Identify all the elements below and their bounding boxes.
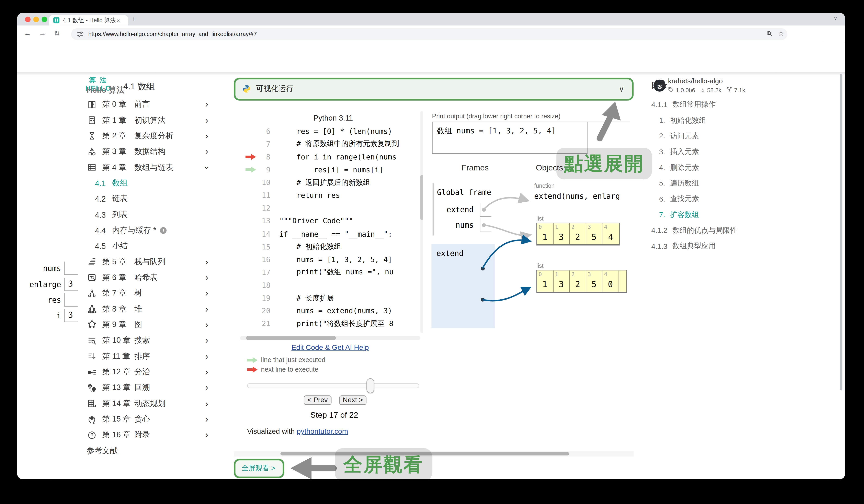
graph-icon [87,320,102,329]
search-list-icon [87,336,102,345]
beta-badge-icon: ! [160,227,167,234]
sort-icon [87,352,102,361]
repo-name: krahets/hello-algo [668,77,723,85]
sidebar-item-references[interactable]: 参考文献 [17,443,218,459]
legend-next-line: next line to execute [247,365,319,373]
tab-favicon: H [53,17,59,23]
pythontutor-link[interactable]: pythontutor.com [297,427,348,435]
toc-item-7-active[interactable]: 7.扩容数组 [651,207,782,223]
toc-item-2[interactable]: 2.访问元素 [651,128,782,144]
toc-item-1[interactable]: 1.初始化数组 [651,112,782,128]
code-line: 19# 长度扩展 [240,292,423,304]
toc-item-413[interactable]: 4.1.3数组典型应用 [651,238,782,254]
code-line: 17print("数组 nums =", nu [240,266,423,279]
tab-close-icon[interactable]: × [117,17,120,24]
toc-item-5[interactable]: 5.遍历数组 [651,175,782,191]
minimize-window-button[interactable] [33,17,39,22]
toc-item-412[interactable]: 4.1.2数组的优点与局限性 [651,223,782,238]
sidebar-item-ch14[interactable]: 第 14 章 动态规划 › [17,396,218,411]
annotation-fullscreen-badge: 全屏觀看 [335,448,432,479]
code-line: 12 [240,202,423,215]
prev-button[interactable]: < Prev [304,395,332,405]
url-text[interactable]: https://www.hello-algo.com/chapter_array… [88,31,257,37]
chevron-down-icon: ∨ [619,85,624,93]
fullscreen-view-link[interactable]: 全屏观看 > [234,459,284,478]
sidebar-item-4-3[interactable]: 4.3 列表 [17,207,218,223]
code-line: 13"""Driver Code""" [240,215,423,227]
back-button[interactable]: ← [24,29,31,37]
chevron-down-icon: › [202,166,211,169]
chevron-right-icon: › [205,100,208,109]
code-panel[interactable]: 6res = [0] * (len(nums) 7# 将原数组中的所有元素复制到… [240,124,423,330]
toc-item-6[interactable]: 6.查找元素 [651,191,782,207]
zoom-window-button[interactable] [42,17,47,22]
forward-button[interactable]: → [39,29,46,37]
sidebar-item-4-2[interactable]: 4.2 链表 [17,191,218,207]
sidebar-item-ch1[interactable]: 第 1 章 初识算法 › [17,112,218,128]
sidebar-item-4-4[interactable]: 4.4 内存与缓存 * ! [17,223,218,238]
reload-button[interactable]: ↻ [54,29,60,37]
sidebar-item-ch3[interactable]: 第 3 章 数据结构 › [17,144,218,160]
just-executed-arrow-icon [247,357,258,363]
hash-table-icon [87,273,102,282]
sidebar-item-ch13[interactable]: 第 13 章 回溯 › [17,380,218,396]
visual-run-details-toggle[interactable]: 可视化运行 ∨ [234,78,634,100]
toc-nav: 4.1.1数组常用操作 1.初始化数组 2.访问元素 3.插入元素 4.删除元素… [651,97,782,254]
close-window-button[interactable] [25,17,30,22]
dynamic-programming-icon [87,399,102,408]
frames-heading: Frames [461,163,489,172]
chevron-right-icon: › [205,257,208,266]
chevron-right-icon: › [205,289,208,298]
header-shadow [17,72,845,75]
sidebar-item-ch11[interactable]: 第 11 章 排序 › [17,349,218,364]
sidebar-item-ch0[interactable]: 第 0 章 前言 › [17,97,218,112]
tree-icon [87,289,102,298]
bookmark-star-icon[interactable]: ☆ [778,30,784,37]
tab-search-chevron-icon[interactable]: ∨ [834,15,837,21]
chevron-right-icon: › [205,147,208,156]
step-indicator: Step 17 of 22 [279,410,390,420]
annotation-expand-badge: 點選展開 [556,148,652,179]
arrow-extendnums-to-list1 [482,240,530,268]
code-line: 10# 返回扩展后的新数组 [240,176,423,189]
step-slider-thumb[interactable] [367,378,374,393]
sidebar-item-ch10[interactable]: 第 10 章 搜索 › [17,333,218,348]
arrow-nums-to-list1 [484,225,530,236]
site-header: 算 法 HELLO 4.1 数组 文A 搜索 krahets/hello-alg… [17,42,845,72]
sidebar-item-ch15[interactable]: 第 15 章 贪心 › [17,411,218,427]
site-settings-icon[interactable] [76,30,84,37]
var-res: res [22,295,61,304]
new-tab-button[interactable]: + [132,14,136,23]
heap-icon [87,304,102,314]
toc-item-3[interactable]: 3.插入元素 [651,144,782,160]
shapes-icon [87,147,102,156]
edit-code-link[interactable]: Edit Code & Get AI Help [240,343,420,352]
toc-item-4[interactable]: 4.删除元素 [651,160,782,175]
legend-just-executed: line that just executed [247,356,325,364]
address-bar[interactable]: https://www.hello-algo.com/chapter_array… [71,28,787,40]
sidebar-item-4-1[interactable]: 4.1 数组 [17,175,218,191]
question-circle-icon [87,431,102,440]
zoom-icon[interactable] [766,30,773,37]
tab-strip: H 4.1 数组 - Hello 算法 × + ∨ [17,13,845,26]
chevron-right-icon: › [205,336,208,345]
sidebar-item-ch2[interactable]: 第 2 章 复杂度分析 › [17,128,218,144]
toc-item-411[interactable]: 4.1.1数组常用操作 [651,97,782,112]
page-scrollbar-thumb[interactable] [840,74,842,391]
step-slider[interactable] [247,383,419,388]
code-horizontal-scrollbar-thumb[interactable] [246,336,336,340]
sidebar-item-ch16[interactable]: 第 16 章 附录 › [17,427,218,443]
next-line-arrow-icon [247,366,258,372]
tab-title: 4.1 数组 - Hello 算法 [63,16,116,24]
browser-tab[interactable]: H 4.1 数组 - Hello 算法 × [49,15,128,26]
sidebar-item-ch12[interactable]: 第 12 章 分治 › [17,364,218,380]
sidebar-item-ch4[interactable]: 第 4 章 数组与链表 › [17,160,218,175]
next-button[interactable]: Next > [339,395,367,405]
chevron-right-icon: › [205,399,208,408]
next-line-arrow-icon [245,154,256,160]
chevron-right-icon: › [205,132,208,141]
visualized-with: Visualized with pythontutor.com [247,427,348,435]
code-line-just-executed: 9res[i] = nums[i] [240,163,423,176]
chevron-right-icon: › [205,431,208,440]
sidebar-item-4-5[interactable]: 4.5 小结 [17,238,218,254]
